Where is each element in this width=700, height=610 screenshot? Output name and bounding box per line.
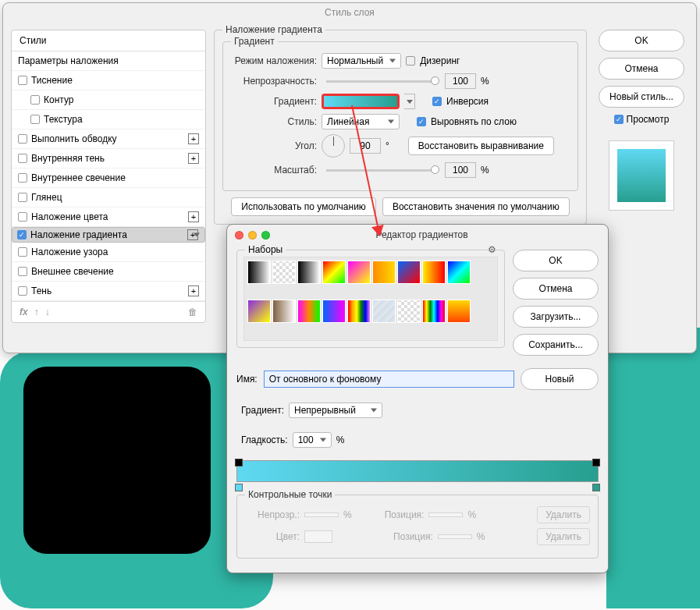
align-checkbox[interactable] — [417, 117, 426, 126]
preset-grid — [243, 257, 498, 341]
preset-swatch[interactable] — [372, 300, 396, 323]
style-item[interactable]: Тиснение — [12, 71, 205, 90]
style-checkbox[interactable] — [18, 173, 27, 183]
delete-color-stop-button[interactable]: Удалить — [537, 528, 590, 545]
style-checkbox[interactable] — [18, 267, 27, 276]
fx-label[interactable]: fx — [20, 307, 28, 317]
plus-icon[interactable]: + — [188, 133, 199, 144]
style-checkbox[interactable] — [18, 154, 27, 163]
arrow-down-icon[interactable]: ↓ — [45, 307, 50, 317]
dialog-buttons: OK Отмена Новый стиль... Просмотр — [595, 30, 688, 323]
style-label: Внешнее свечение — [31, 266, 114, 277]
preset-swatch[interactable] — [447, 261, 471, 284]
plus-icon[interactable]: + — [187, 229, 198, 240]
gear-icon[interactable]: ⚙ — [488, 244, 496, 255]
preset-swatch[interactable] — [272, 261, 296, 284]
preset-swatch[interactable] — [397, 261, 421, 284]
style-label: Тиснение — [31, 75, 73, 86]
editor-ok-button[interactable]: OK — [513, 250, 599, 271]
reset-alignment-button[interactable]: Восстановить выравнивание — [408, 137, 554, 155]
preset-swatch[interactable] — [247, 261, 271, 284]
style-checkbox[interactable] — [18, 247, 27, 257]
style-item[interactable]: Внешнее свечение — [12, 262, 205, 282]
plus-icon[interactable]: + — [188, 153, 199, 164]
preset-swatch[interactable] — [247, 300, 271, 323]
style-label: Контур — [44, 94, 73, 105]
style-checkbox[interactable] — [30, 95, 40, 105]
preset-swatch[interactable] — [322, 261, 346, 284]
smoothness-input[interactable]: 100 — [293, 432, 332, 448]
preset-swatch[interactable] — [422, 300, 446, 323]
reverse-checkbox[interactable] — [432, 97, 442, 106]
plus-icon[interactable]: + — [188, 285, 199, 296]
dither-checkbox[interactable] — [406, 56, 415, 66]
preset-swatch[interactable] — [272, 300, 296, 323]
delete-opacity-stop-button[interactable]: Удалить — [537, 506, 590, 523]
style-item[interactable]: Текстура — [12, 110, 205, 129]
editor-new-button[interactable]: Новый — [521, 368, 599, 390]
style-checkbox[interactable] — [18, 76, 27, 85]
style-checkbox[interactable] — [18, 212, 27, 222]
opacity-stop-left[interactable] — [235, 459, 243, 466]
style-item[interactable]: Внутренняя тень+ — [12, 149, 205, 168]
preset-swatch[interactable] — [297, 261, 321, 284]
preset-swatch[interactable] — [347, 300, 371, 323]
editor-load-button[interactable]: Загрузить... — [513, 306, 599, 328]
style-item[interactable]: Наложение цвета+ — [12, 207, 205, 227]
color-stop-right[interactable] — [592, 484, 600, 491]
trash-icon[interactable]: 🗑 — [188, 307, 197, 317]
opacity-stop-right[interactable] — [592, 459, 600, 466]
style-label: Глянец — [31, 192, 62, 203]
style-item[interactable]: Глянец — [12, 188, 205, 207]
preset-swatch[interactable] — [322, 300, 346, 323]
style-checkbox[interactable] — [18, 134, 27, 144]
scale-slider[interactable] — [326, 169, 435, 172]
gradient-style-select[interactable]: Линейная — [322, 114, 400, 129]
cancel-button[interactable]: Отмена — [599, 58, 684, 80]
gradient-bar[interactable] — [236, 460, 599, 482]
style-checkbox[interactable] — [18, 193, 27, 202]
style-checkbox[interactable] — [30, 115, 40, 124]
editor-save-button[interactable]: Сохранить... — [513, 334, 599, 356]
styles-header: Стили — [12, 30, 205, 51]
plus-icon[interactable]: + — [188, 211, 199, 222]
style-item[interactable]: Контур — [12, 90, 205, 110]
style-item[interactable]: Внутреннее свечение — [12, 168, 205, 188]
preset-swatch[interactable] — [397, 300, 421, 323]
style-item[interactable]: Наложение узора — [12, 243, 205, 262]
style-item[interactable]: Выполнить обводку+ — [12, 129, 205, 149]
preset-swatch[interactable] — [347, 261, 371, 284]
preset-swatch[interactable] — [447, 300, 471, 323]
color-stop-left[interactable] — [235, 484, 243, 491]
angle-dial[interactable] — [322, 134, 345, 158]
make-default-button[interactable]: Использовать по умолчанию — [231, 197, 376, 216]
style-item[interactable]: Тень+ — [12, 282, 205, 301]
preset-swatch[interactable] — [297, 300, 321, 323]
gradient-type-select[interactable]: Непрерывный — [289, 403, 382, 418]
scale-input[interactable]: 100 — [445, 162, 476, 178]
preset-swatch[interactable] — [372, 261, 396, 284]
opacity-input[interactable]: 100 — [445, 73, 476, 89]
style-checkbox[interactable] — [18, 286, 27, 296]
editor-title: Редактор градиентов — [243, 229, 600, 240]
gradient-swatch[interactable] — [322, 94, 400, 109]
style-label: Внутреннее свечение — [31, 172, 126, 183]
style-label: Текстура — [44, 114, 83, 125]
editor-cancel-button[interactable]: Отмена — [513, 278, 599, 300]
new-style-button[interactable]: Новый стиль... — [599, 86, 684, 108]
blending-options[interactable]: Параметры наложения — [12, 51, 205, 71]
style-item[interactable]: Наложение градиента+ — [12, 227, 205, 243]
gradient-dropdown-icon[interactable] — [404, 94, 415, 109]
style-label: Внутренняя тень — [31, 153, 105, 164]
reset-default-button[interactable]: Восстановить значения по умолчанию — [382, 197, 570, 216]
ok-button[interactable]: OK — [599, 30, 684, 51]
angle-input[interactable]: 90 — [350, 138, 381, 154]
arrow-up-icon[interactable]: ↑ — [34, 307, 39, 317]
preset-swatch[interactable] — [422, 261, 446, 284]
blend-mode-select[interactable]: Нормальный — [322, 53, 401, 69]
gradient-name-input[interactable] — [264, 371, 514, 388]
opacity-slider[interactable] — [326, 80, 435, 83]
style-checkbox[interactable] — [17, 230, 27, 239]
preview-checkbox[interactable] — [614, 115, 624, 124]
close-icon[interactable] — [235, 231, 243, 239]
